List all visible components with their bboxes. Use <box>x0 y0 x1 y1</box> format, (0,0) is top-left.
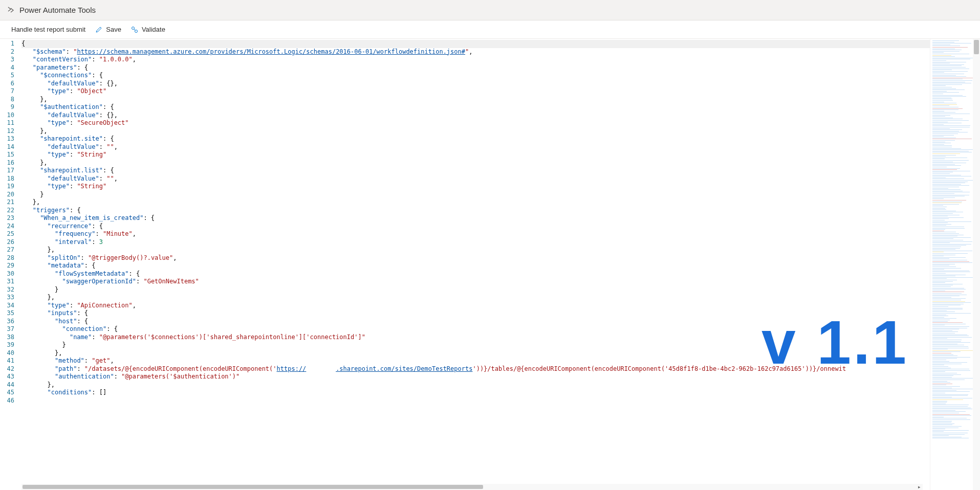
code-line[interactable]: "$connections": { <box>21 72 930 80</box>
line-number: 7 <box>0 87 14 96</box>
code-line[interactable]: "path": "/datasets/@{encodeURIComponent(… <box>21 365 930 373</box>
code-line[interactable]: "defaultValue": "", <box>21 175 930 183</box>
line-number: 45 <box>0 389 14 397</box>
code-line[interactable]: "recurrence": { <box>21 222 930 231</box>
line-number: 18 <box>0 175 14 183</box>
code-line[interactable]: { <box>21 40 930 48</box>
code-line[interactable]: "parameters": { <box>21 64 930 72</box>
validate-button-label: Validate <box>142 26 165 33</box>
code-line[interactable]: }, <box>21 127 930 136</box>
line-number: 43 <box>0 373 14 381</box>
line-number: 27 <box>0 246 14 254</box>
code-line[interactable]: "connection": { <box>21 325 930 333</box>
code-line[interactable]: }, <box>21 294 930 302</box>
line-number: 3 <box>0 56 14 64</box>
code-line[interactable]: "type": "String" <box>21 151 930 159</box>
save-button[interactable]: Save <box>95 26 121 34</box>
line-number: 6 <box>0 80 14 88</box>
flow-name-label: Handle test report submit <box>11 26 85 33</box>
code-line[interactable]: "inputs": { <box>21 309 930 318</box>
code-line[interactable]: }, <box>21 349 930 358</box>
line-number: 42 <box>0 365 14 373</box>
vertical-scroll-thumb[interactable] <box>974 40 979 54</box>
line-number: 33 <box>0 294 14 302</box>
code-line[interactable]: "type": "ApiConnection", <box>21 302 930 310</box>
code-line[interactable]: "defaultValue": {}, <box>21 80 930 88</box>
code-line[interactable]: "triggers": { <box>21 207 930 215</box>
code-line[interactable]: }, <box>21 246 930 254</box>
code-line[interactable]: "authentication": "@parameters('$authent… <box>21 373 930 381</box>
scroll-right-arrow[interactable]: ▸ <box>916 484 923 490</box>
svg-point-0 <box>132 27 134 29</box>
code-line[interactable]: "swaggerOperationId": "GetOnNewItems" <box>21 278 930 286</box>
code-line[interactable]: "splitOn": "@triggerBody()?.value", <box>21 254 930 262</box>
save-button-label: Save <box>106 26 121 33</box>
line-number: 38 <box>0 333 14 342</box>
line-number: 2 <box>0 48 14 56</box>
line-number: 35 <box>0 309 14 318</box>
validate-icon <box>130 26 139 34</box>
line-number: 34 <box>0 302 14 310</box>
code-line[interactable]: "defaultValue": {}, <box>21 112 930 120</box>
line-number: 23 <box>0 214 14 222</box>
app-icon <box>6 6 15 15</box>
code-line[interactable]: "conditions": [] <box>21 389 930 397</box>
code-line[interactable]: } <box>21 341 930 349</box>
code-line[interactable]: "When_a_new_item_is_created": { <box>21 214 930 222</box>
line-number: 15 <box>0 151 14 159</box>
editor[interactable]: 1234567891011121314151617181920212223242… <box>0 39 980 490</box>
horizontal-scrollbar[interactable]: ▸ <box>21 484 923 490</box>
code-line[interactable]: "name": "@parameters('$connections')['sh… <box>21 333 930 342</box>
line-number: 46 <box>0 397 14 405</box>
line-number: 39 <box>0 341 14 349</box>
line-number: 10 <box>0 112 14 120</box>
line-number: 24 <box>0 222 14 231</box>
line-number: 44 <box>0 381 14 389</box>
line-number: 8 <box>0 96 14 104</box>
code-line[interactable]: "method": "get", <box>21 357 930 365</box>
line-number-gutter: 1234567891011121314151617181920212223242… <box>0 39 21 490</box>
code-line[interactable]: "type": "String" <box>21 183 930 191</box>
code-line[interactable]: } <box>21 286 930 294</box>
code-line[interactable]: "$schema": "https://schema.management.az… <box>21 48 930 56</box>
code-line[interactable]: }, <box>21 96 930 104</box>
line-number: 9 <box>0 103 14 112</box>
pencil-icon <box>95 26 103 34</box>
toolbar: Handle test report submit Save Validate <box>0 20 980 39</box>
code-line[interactable]: "flowSystemMetadata": { <box>21 270 930 278</box>
code-line[interactable]: }, <box>21 381 930 389</box>
code-line[interactable]: }, <box>21 198 930 207</box>
code-line[interactable]: "host": { <box>21 318 930 326</box>
line-number: 37 <box>0 325 14 333</box>
code-line[interactable]: } <box>21 191 930 199</box>
horizontal-scroll-thumb[interactable] <box>23 485 483 489</box>
code-line[interactable]: "interval": 3 <box>21 238 930 247</box>
code-line[interactable]: "frequency": "Minute", <box>21 230 930 238</box>
line-number: 4 <box>0 64 14 72</box>
line-number: 31 <box>0 278 14 286</box>
code-content[interactable]: { "$schema": "https://schema.management.… <box>21 39 930 490</box>
line-number: 36 <box>0 318 14 326</box>
line-number: 13 <box>0 135 14 143</box>
code-line[interactable]: "defaultValue": "", <box>21 143 930 151</box>
app-title: Power Automate Tools <box>19 6 96 14</box>
line-number: 30 <box>0 270 14 278</box>
code-line[interactable]: "metadata": { <box>21 262 930 270</box>
code-line[interactable]: "type": "SecureObject" <box>21 119 930 127</box>
vertical-scrollbar[interactable] <box>973 39 980 490</box>
code-line[interactable]: "$authentication": { <box>21 103 930 112</box>
line-number: 32 <box>0 286 14 294</box>
line-number: 40 <box>0 349 14 358</box>
code-line[interactable]: "sharepoint.list": { <box>21 167 930 175</box>
line-number: 1 <box>0 40 14 48</box>
validate-button[interactable]: Validate <box>130 26 165 34</box>
code-line[interactable]: "type": "Object" <box>21 87 930 96</box>
line-number: 14 <box>0 143 14 151</box>
code-line[interactable]: "contentVersion": "1.0.0.0", <box>21 56 930 64</box>
line-number: 21 <box>0 198 14 207</box>
code-line[interactable]: "sharepoint.site": { <box>21 135 930 143</box>
line-number: 26 <box>0 238 14 247</box>
code-line[interactable] <box>21 397 930 405</box>
line-number: 11 <box>0 119 14 127</box>
code-line[interactable]: }, <box>21 159 930 167</box>
